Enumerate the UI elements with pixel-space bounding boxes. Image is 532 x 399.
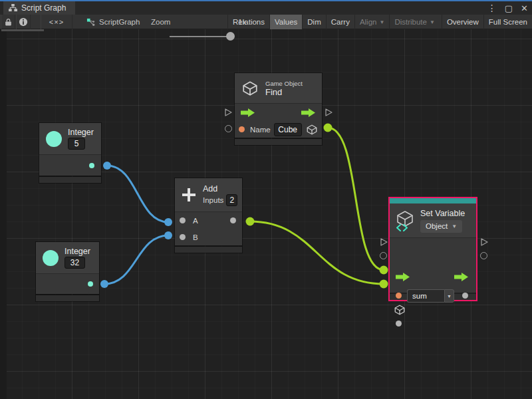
node-footer [36, 295, 99, 301]
port-label-a: A [193, 217, 198, 225]
graph-toolbar: <×> ScriptGraph Zoom 1x Relations Values… [0, 15, 532, 29]
clear-selection-button[interactable]: <×> [41, 15, 72, 29]
integer-type-icon [43, 250, 59, 266]
setvariable-control-in-port[interactable] [379, 237, 388, 247]
scope-value: Object [426, 222, 448, 230]
value-input-port[interactable] [396, 321, 402, 327]
port-label-b: B [193, 233, 198, 241]
values-button[interactable]: Values [269, 15, 302, 29]
align-button[interactable]: Align ▼ [354, 15, 390, 29]
chevron-down-icon: ▼ [379, 19, 384, 25]
info-icon [19, 17, 28, 27]
name-label: Name [250, 126, 271, 134]
node-footer [175, 247, 242, 253]
name-value-input[interactable] [274, 123, 302, 136]
close-icon[interactable]: ✕ [521, 4, 528, 13]
tab-script-graph[interactable]: Script Graph [3, 1, 75, 15]
find-name-outer-port[interactable] [225, 125, 232, 132]
code-icon: <×> [49, 18, 64, 26]
integer-type-icon [46, 131, 62, 147]
node-title: Integer [68, 128, 94, 137]
distribute-button[interactable]: Distribute ▼ [389, 15, 440, 29]
integer-value-input[interactable] [68, 138, 85, 150]
setvariable-control-out-port[interactable] [479, 237, 489, 247]
variable-name-dropdown[interactable]: sum ▼ [407, 289, 454, 303]
graph-name: ScriptGraph [99, 18, 140, 26]
maximize-icon[interactable]: ▢ [505, 4, 513, 13]
graph-breadcrumb[interactable]: ScriptGraph [86, 15, 140, 29]
find-control-out-port[interactable] [324, 108, 333, 117]
node-title: Integer [65, 247, 90, 256]
zoom-slider-track[interactable] [170, 36, 234, 37]
control-input-arrow[interactable] [241, 108, 255, 117]
sum-output-port[interactable] [230, 217, 236, 223]
value-output-port[interactable] [462, 293, 468, 299]
lock-button[interactable] [1, 15, 15, 29]
node-add[interactable]: Add Inputs A B [175, 178, 242, 253]
script-graph-window: Integer Integer [0, 0, 532, 399]
variable-color-strip [390, 198, 476, 203]
object-input-port-icon[interactable] [394, 304, 406, 316]
node-set-variable[interactable]: Set Variable Object ▼ sum ▼ [388, 197, 477, 301]
integer-output-port[interactable] [89, 163, 94, 168]
setvariable-value-outer-port[interactable] [480, 252, 487, 259]
node-category: Game Object [265, 80, 303, 87]
graph-hierarchy-icon [9, 4, 17, 12]
chevron-down-icon: ▼ [452, 223, 457, 229]
carry-button[interactable]: Carry [326, 15, 354, 29]
tab-title: Script Graph [21, 3, 66, 13]
set-variable-icon [395, 210, 415, 231]
setvariable-name-outer-port[interactable] [380, 252, 387, 259]
node-gameobject-find[interactable]: Game Object Find Name [235, 73, 322, 145]
relations-button[interactable]: Relations [227, 15, 269, 29]
variable-name-value: sum [407, 289, 444, 303]
variable-name-port[interactable] [396, 293, 402, 299]
add-icon [181, 187, 197, 203]
integer-output-port[interactable] [88, 281, 93, 287]
gameobject-output-port-icon[interactable] [306, 124, 318, 136]
control-output-arrow[interactable] [301, 108, 316, 117]
node-title: Set Variable [420, 209, 465, 218]
node-footer [39, 177, 101, 183]
fullscreen-button[interactable]: Full Screen [483, 15, 532, 29]
node-integer-32[interactable]: Integer [36, 242, 99, 301]
node-integer-5[interactable]: Integer [39, 123, 101, 183]
inputs-label: Inputs [203, 196, 223, 204]
zoom-slider-handle[interactable] [226, 32, 235, 41]
menu-kebab-icon[interactable]: ⋮ [487, 3, 497, 13]
zoom-label: Zoom [151, 15, 170, 29]
control-output-arrow[interactable] [454, 273, 469, 281]
gameobject-cube-icon [241, 80, 259, 97]
control-input-arrow[interactable] [396, 273, 410, 281]
overview-button[interactable]: Overview [442, 15, 483, 29]
script-graph-icon [86, 18, 95, 27]
window-tab-bar: Script Graph ⋮ ▢ ✕ [0, 1, 532, 15]
input-port-b[interactable] [180, 234, 186, 240]
info-button[interactable] [16, 15, 31, 29]
node-title: Find [265, 87, 303, 97]
inputs-count-input[interactable] [226, 194, 237, 206]
chevron-down-icon: ▼ [430, 19, 435, 25]
integer-value-input[interactable] [65, 257, 85, 269]
node-title: Add [203, 184, 237, 194]
lock-icon [4, 18, 13, 27]
node-footer [235, 139, 322, 145]
chevron-down-icon[interactable]: ▼ [444, 289, 454, 303]
input-port-a[interactable] [180, 217, 186, 223]
find-control-in-port[interactable] [223, 108, 233, 117]
canvas-left-edge [0, 29, 7, 399]
dim-button[interactable]: Dim [302, 15, 325, 29]
name-input-port[interactable] [239, 126, 245, 132]
variable-scope-dropdown[interactable]: Object ▼ [420, 220, 462, 233]
